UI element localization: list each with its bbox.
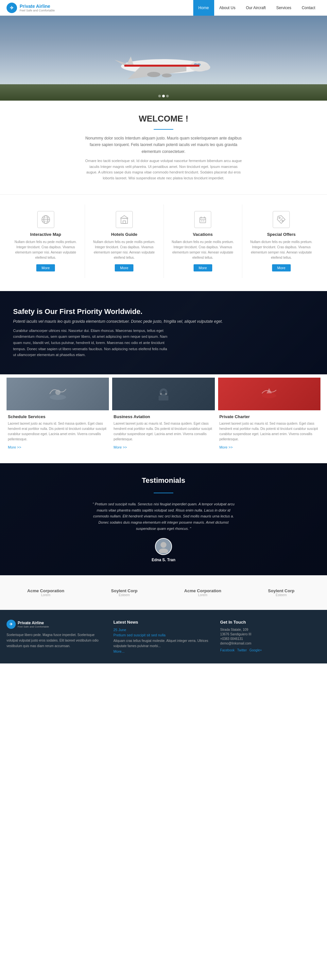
services-wrapper: Schedule Services Laoreet laoreet justo … (0, 374, 327, 463)
welcome-text-primary: Nonummy dolor sociis Interdum aliquam ju… (82, 135, 245, 155)
svg-rect-19 (200, 218, 206, 223)
service-charter-body: Private Charter Laoreet laoreet justo ac… (218, 410, 321, 453)
svg-rect-10 (124, 65, 199, 67)
feature-offers-btn[interactable]: More (272, 264, 291, 272)
partner-4-sub: Esteem (245, 593, 317, 597)
partner-4: Soylent Corp Esteem (242, 585, 321, 600)
navbar: ✈ Private Airline Feel Safe and Comforta… (0, 0, 327, 16)
partner-2-sub: Esteem (88, 593, 160, 597)
testimonial-quote: " Pretium sed suscipit nulla. Senectus n… (92, 501, 235, 531)
feature-interactive-map: Interactive Map Nullam dictum felis eu p… (6, 205, 85, 278)
footer-about-text: Scelerisque libero pede. Magna fusce imp… (6, 632, 107, 649)
partner-3-sub: Lorem (167, 593, 239, 597)
nav-services[interactable]: Services (271, 0, 297, 16)
service-aviation-body: Business Aviation Laoreet laoreet justo … (112, 410, 215, 453)
footer-googleplus-link[interactable]: Google+ (249, 648, 262, 652)
partner-2-name: Soylent Corp (88, 588, 160, 593)
feature-vacations-text: Nullam dictum felis eu pede mollis preti… (169, 239, 237, 260)
feature-hotels-title: Hotels Guide (90, 232, 158, 237)
feature-map-btn[interactable]: More (36, 264, 55, 272)
footer-social-links: Facebook Twitter Google+ (220, 648, 321, 652)
safety-text: Curabitur ullamcorper ultrices nisi. Nas… (13, 328, 170, 358)
service-schedule-body: Schedule Services Laoreet laoreet justo … (6, 410, 109, 453)
nav-about[interactable]: About Us (214, 0, 241, 16)
svg-point-27 (282, 220, 283, 221)
partner-4-name: Soylent Corp (245, 588, 317, 593)
svg-point-35 (262, 393, 276, 398)
footer-brand-sub: Feel Safe and Comfortable (18, 625, 49, 628)
svg-point-34 (165, 393, 167, 395)
service-schedule-link[interactable]: More >> (8, 445, 21, 449)
safety-subtitle: Potenti iaculis vel mauris leo quis grav… (13, 319, 314, 324)
feature-map-title: Interactive Map (12, 232, 80, 237)
service-charter-title: Private Charter (219, 414, 319, 419)
service-charter: Private Charter Laoreet laoreet justo ac… (218, 378, 321, 453)
footer-contact-col-title: Get In Touch (220, 620, 321, 625)
service-schedule: Schedule Services Laoreet laoreet justo … (6, 378, 109, 453)
footer-about-col: ✈ Private Airline Feel Safe and Comforta… (6, 620, 107, 654)
testimonial-avatar (155, 538, 172, 555)
partner-1-name: Acme Corporation (10, 588, 82, 593)
feature-special-offers: Special Offers Nullam dictum felis eu pe… (242, 205, 321, 278)
feature-offers-text: Nullam dictum felis eu pede mollis preti… (247, 239, 315, 260)
brand-title: Private Airline (20, 3, 55, 9)
welcome-title: WELCOME ! (20, 114, 307, 124)
svg-rect-17 (123, 221, 126, 223)
feature-hotels-guide: HOTEL Hotels Guide Nullam dictum felis e… (85, 205, 164, 278)
svg-point-6 (147, 72, 160, 77)
safety-title: Safety is Our First Priority Worldwide. (13, 307, 314, 316)
safety-section: Safety is Our First Priority Worldwide. … (0, 291, 327, 374)
feature-vacations-btn[interactable]: More (194, 264, 212, 272)
service-aviation-link[interactable]: More >> (113, 445, 127, 449)
svg-rect-23 (201, 220, 203, 221)
feature-hotels-btn[interactable]: More (115, 264, 133, 272)
svg-point-31 (161, 390, 166, 394)
testimonials-title: Testimonials (20, 476, 307, 485)
svg-point-29 (55, 390, 61, 395)
footer-news-body: Aliquam cras tellus feugiat molestie. Al… (113, 638, 214, 649)
service-charter-text: Laoreet laoreet justo ac mauris id. Sed … (219, 421, 319, 442)
nav-contact[interactable]: Contact (297, 0, 321, 16)
hero-runway (0, 84, 327, 100)
svg-point-28 (50, 395, 66, 400)
service-charter-image (218, 378, 321, 410)
nav-home[interactable]: Home (193, 0, 214, 16)
services-section: Schedule Services Laoreet laoreet justo … (0, 378, 327, 463)
brand-subtitle: Feel Safe and Comfortable (20, 9, 55, 12)
features-section: Interactive Map Nullam dictum felis eu p… (0, 194, 327, 288)
hero-dot-1[interactable] (158, 95, 161, 97)
svg-rect-32 (159, 396, 168, 401)
hero-dot-2[interactable] (162, 95, 165, 97)
hotels-guide-icon: HOTEL (116, 211, 133, 228)
svg-point-37 (161, 542, 166, 548)
special-offers-icon (273, 211, 290, 228)
svg-point-33 (160, 393, 162, 395)
footer-twitter-link[interactable]: Twitter (237, 648, 247, 652)
svg-text:HOTEL: HOTEL (123, 218, 128, 220)
nav-aircraft[interactable]: Our Aircraft (241, 0, 271, 16)
svg-rect-24 (203, 220, 204, 221)
service-schedule-text: Laoreet laoreet justo ac mauris id. Sed … (8, 421, 108, 442)
service-aviation-text: Laoreet laoreet justo ac mauris id. Sed … (113, 421, 213, 442)
svg-point-25 (279, 217, 280, 218)
feature-map-text: Nullam dictum felis eu pede mollis preti… (12, 239, 80, 260)
testimonials-section: Testimonials " Pretium sed suscipit null… (0, 463, 327, 575)
service-charter-link[interactable]: More >> (219, 445, 233, 449)
partner-2: Soylent Corp Esteem (85, 585, 164, 600)
hero-dot-3[interactable] (166, 95, 169, 97)
hero-plane (108, 48, 219, 88)
feature-hotels-text: Nullam dictum felis eu pede mollis preti… (90, 239, 158, 260)
footer-brand-title: Private Airline (18, 620, 49, 625)
feature-vacations-title: Vacations (169, 232, 237, 237)
footer-logo-icon: ✈ (6, 620, 16, 629)
hero-carousel-dots (158, 95, 169, 97)
brand-text-group: Private Airline Feel Safe and Comfortabl… (20, 3, 55, 12)
nav-links: Home About Us Our Aircraft Services Cont… (193, 0, 321, 16)
feature-offers-title: Special Offers (247, 232, 315, 237)
partner-1: Acme Corporation Lorem (6, 585, 85, 600)
welcome-divider (154, 129, 173, 130)
partner-3: Acme Corporation Lorem (164, 585, 242, 600)
footer-facebook-link[interactable]: Facebook (220, 648, 234, 652)
vacations-icon (194, 211, 211, 228)
footer-news-link[interactable]: More... (113, 649, 124, 653)
